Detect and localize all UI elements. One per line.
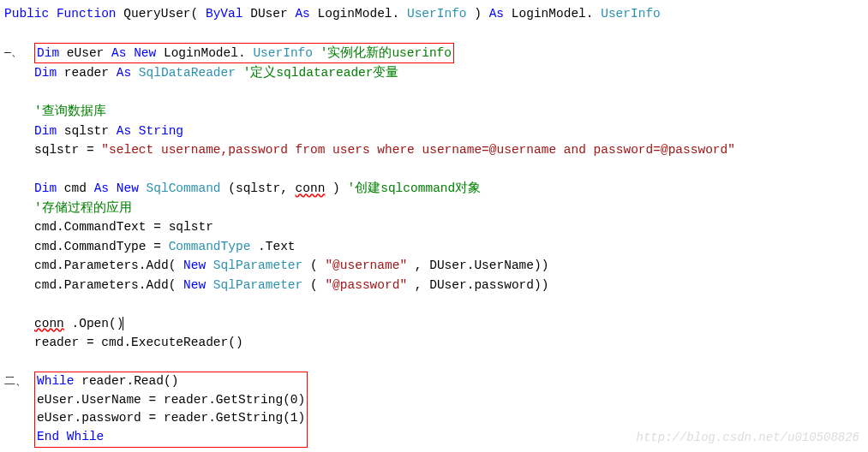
comment: '定义sqldatareader变量 xyxy=(243,66,399,80)
blank-line xyxy=(4,294,864,313)
annotation-2: 二、 xyxy=(4,373,27,390)
return-type: UserInfo xyxy=(601,7,661,21)
comment: '查询数据库 xyxy=(34,104,106,118)
keyword-dim: Dim xyxy=(37,46,59,60)
error-underline: conn xyxy=(34,317,64,330)
blank-line xyxy=(4,160,864,179)
code-line-comment: '查询数据库 xyxy=(4,102,864,121)
comment: '创建sqlcommand对象 xyxy=(348,181,482,195)
highlight-box-2: While reader.Read() eUser.UserName = rea… xyxy=(34,372,308,448)
keyword-as: As xyxy=(94,181,109,195)
keyword-as: As xyxy=(489,7,504,21)
keyword-as: As xyxy=(295,7,309,21)
keyword-as: As xyxy=(111,46,126,60)
code-line-cmdtext: cmd.CommandText = sqlstr xyxy=(4,217,864,236)
lhs: sqlstr = xyxy=(34,143,101,157)
var-name: eUser xyxy=(67,46,111,60)
annotation-1: —、 xyxy=(4,45,22,62)
type-name: String xyxy=(139,124,183,138)
comment: '存储过程的应用 xyxy=(34,201,132,215)
keyword-end: End xyxy=(37,430,59,443)
keyword-new: New xyxy=(134,46,156,60)
keyword-as: As xyxy=(117,66,131,80)
code-line-sqlstr-assign: sqlstr = "select username,password from … xyxy=(4,140,864,159)
keyword-new: New xyxy=(183,278,206,292)
type-name: SqlCommand xyxy=(147,181,221,195)
string-literal: "@password" xyxy=(325,278,407,292)
type-name: CommandType xyxy=(169,240,251,253)
type-prefix: LoginModel. xyxy=(164,46,246,60)
blank-line xyxy=(4,352,864,371)
param-type: UserInfo xyxy=(407,7,467,21)
while-body-2: eUser.password = reader.GetString(1) xyxy=(37,411,305,425)
keyword-byval: ByVal xyxy=(206,7,243,21)
keyword-public: Public xyxy=(4,7,49,21)
code-line-execute: reader = cmd.ExecuteReader() xyxy=(4,333,864,352)
code-line-dim-euser: Dim eUser As New LoginModel. UserInfo '实… xyxy=(4,43,864,63)
return-type-prefix: LoginModel. xyxy=(512,7,594,21)
param-name: DUser xyxy=(250,7,295,21)
type-name: SqlParameter xyxy=(213,259,302,272)
watermark: http://blog.csdn.net/u010508826 xyxy=(637,429,859,448)
var-name: reader xyxy=(64,66,117,80)
keyword-dim: Dim xyxy=(34,124,57,138)
code-line-conn-open: conn .Open() xyxy=(4,314,864,333)
code-line-dim-sqlstr: Dim sqlstr As String xyxy=(4,122,864,140)
blank-line xyxy=(4,23,864,42)
code-line-comment: '存储过程的应用 xyxy=(4,199,864,217)
code-line-dim-cmd: Dim cmd As New SqlCommand (sqlstr, conn … xyxy=(4,179,864,198)
keyword-function: Function xyxy=(57,7,117,21)
code-line-param-username: cmd.Parameters.Add( New SqlParameter ( "… xyxy=(4,256,864,275)
type-name: SqlDataReader xyxy=(139,66,236,80)
keyword-while: While xyxy=(59,430,104,443)
keyword-dim: Dim xyxy=(34,181,57,195)
type-name: UserInfo xyxy=(253,46,313,60)
type-name: SqlParameter xyxy=(213,278,302,292)
code-line-cmdtype: cmd.CommandType = CommandType .Text xyxy=(4,237,864,256)
comment: '实例化新的userinfo xyxy=(320,46,452,60)
var-name: cmd xyxy=(64,181,94,195)
blank-line xyxy=(4,83,864,102)
keyword-new: New xyxy=(117,181,139,195)
func-name: QueryUser( xyxy=(123,7,198,21)
param-type-prefix: LoginModel. xyxy=(318,7,400,21)
error-underline: conn xyxy=(296,181,326,195)
keyword-as: As xyxy=(117,124,131,138)
string-literal: "@username" xyxy=(325,259,407,272)
code-line-signature: Public Function QueryUser( ByVal DUser A… xyxy=(4,4,864,23)
keyword-while: While xyxy=(37,374,75,388)
code-line-param-password: cmd.Parameters.Add( New SqlParameter ( "… xyxy=(4,276,864,294)
keyword-new: New xyxy=(183,259,206,272)
while-body-1: eUser.UserName = reader.GetString(0) xyxy=(37,393,305,407)
keyword-dim: Dim xyxy=(34,66,57,80)
code-line-dim-reader: Dim reader As SqlDataReader '定义sqldatare… xyxy=(4,63,864,82)
var-name: sqlstr xyxy=(64,124,117,138)
highlight-box-1: Dim eUser As New LoginModel. UserInfo '实… xyxy=(34,43,454,63)
string-literal: "select username,password from users whe… xyxy=(101,143,735,157)
